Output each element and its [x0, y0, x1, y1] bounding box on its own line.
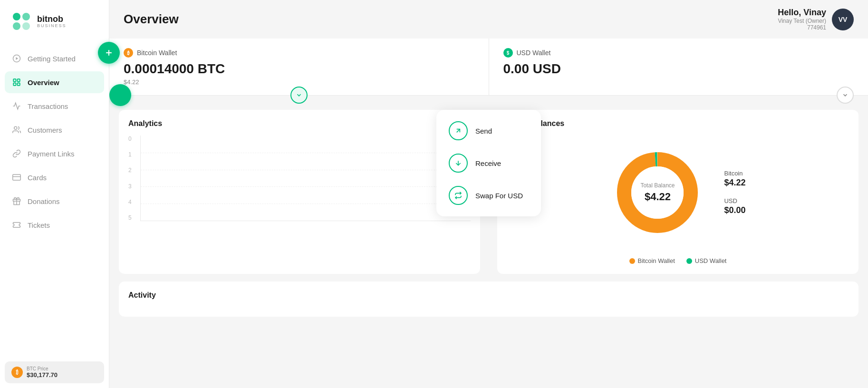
sidebar: bitnob BUSINESS Getting Started Overview… [0, 0, 109, 388]
donut-container: Total Balance $4.22 Bitcoin $4.22 USD $0… [507, 136, 849, 250]
wallets-row: ₿ Bitcoin Wallet 0.00014000 BTC $4.22 $ … [109, 39, 868, 96]
btc-wallet-icon: ₿ [124, 48, 133, 58]
balance-chart-legend: Bitcoin Wallet USD Wallet [507, 257, 849, 264]
donut-center: Total Balance $4.22 [640, 182, 675, 203]
send-action[interactable]: Send [444, 115, 533, 147]
analytics-chart: 5 4 3 2 1 0 [128, 136, 471, 231]
sidebar-item-overview[interactable]: Overview [5, 71, 104, 93]
sidebar-item-getting-started[interactable]: Getting Started [5, 48, 104, 69]
dashboard-grid: Analytics 5 4 3 2 1 0 [109, 96, 868, 274]
quick-actions-panel: Send Receive Swap For USD [436, 110, 541, 216]
usd-wallet-icon: $ [503, 48, 513, 58]
sidebar-item-payment-links[interactable]: Payment Links [5, 143, 104, 165]
grid-line [141, 186, 471, 187]
svg-line-17 [457, 129, 460, 133]
grid-line [141, 204, 471, 204]
sidebar-item-donations[interactable]: Donations [5, 190, 104, 212]
svg-point-10 [14, 126, 17, 129]
donut-amount: $4.22 [640, 191, 675, 203]
link-icon [11, 148, 22, 159]
user-id: 774961 [778, 24, 826, 31]
btc-price-widget: ₿ BTC Price $30,177.70 [5, 361, 104, 383]
sidebar-item-label: Customers [28, 126, 62, 134]
usd-wallet-card: $ USD Wallet 0.00 USD [489, 39, 868, 95]
usd-wallet-legend-label: USD Wallet [695, 257, 727, 264]
bitcoin-wallet-name: Bitcoin Wallet [137, 49, 177, 57]
user-name: Vinay Test (Owner) [778, 18, 826, 24]
sidebar-item-transactions[interactable]: Transactions [5, 95, 104, 117]
sidebar-item-customers[interactable]: Customers [5, 119, 104, 141]
avatar[interactable]: VV [832, 9, 854, 30]
usd-legend-amount: $0.00 [724, 205, 745, 215]
analytics-title: Analytics [128, 119, 471, 128]
greeting: Hello, Vinay [778, 8, 826, 18]
sidebar-item-cards[interactable]: Cards [5, 166, 104, 188]
swap-label: Swap For USD [475, 192, 523, 200]
bitcoin-legend-label: Bitcoin [724, 170, 745, 177]
wallet-balances-section: Wallet Balances Total Balance [497, 110, 858, 274]
grid-icon [11, 77, 22, 87]
user-details: Hello, Vinay Vinay Test (Owner) 774961 [778, 8, 826, 31]
activity-section: Activity [119, 281, 858, 317]
send-icon-circle [449, 121, 468, 140]
activity-icon [11, 101, 22, 111]
bitcoin-wallet-card: ₿ Bitcoin Wallet 0.00014000 BTC $4.22 [109, 39, 489, 95]
btc-icon: ₿ [11, 367, 23, 378]
bitcoin-legend-amount: $4.22 [724, 178, 745, 188]
chart-y-axis: 5 4 3 2 1 0 [128, 136, 138, 231]
logo: bitnob BUSINESS [0, 0, 109, 48]
analytics-section: Analytics 5 4 3 2 1 0 [119, 110, 480, 274]
users-icon [11, 125, 22, 135]
swap-action[interactable]: Swap For USD [444, 179, 533, 212]
usd-wallet-name: USD Wallet [517, 49, 551, 57]
usd-expand-button[interactable] [837, 87, 854, 104]
svg-rect-11 [13, 175, 21, 180]
page-title: Overview [124, 12, 179, 27]
svg-marker-5 [16, 57, 19, 60]
sidebar-nav: Getting Started Overview Transactions Cu… [0, 48, 109, 357]
usd-wallet-legend: USD Wallet [686, 257, 727, 264]
fab-main-button[interactable] [98, 42, 120, 64]
grid-line [141, 153, 471, 153]
svg-point-3 [22, 22, 30, 30]
usd-legend-label: USD [724, 197, 745, 204]
chart-plot-area [140, 136, 471, 221]
swap-icon-circle [449, 186, 468, 205]
bitcoin-balance-legend: Bitcoin $4.22 [724, 170, 745, 188]
wallet-balances-title: Wallet Balances [507, 119, 849, 128]
svg-rect-9 [18, 83, 20, 86]
ticket-icon [11, 220, 22, 230]
svg-rect-6 [13, 79, 16, 81]
svg-point-2 [13, 22, 20, 30]
user-info: Hello, Vinay Vinay Test (Owner) 774961 V… [778, 8, 854, 31]
receive-label: Receive [475, 159, 501, 167]
bitcoin-wallet-label: ₿ Bitcoin Wallet [124, 48, 474, 58]
credit-card-icon [11, 172, 22, 183]
sidebar-item-label: Transactions [28, 102, 68, 110]
svg-point-1 [22, 13, 30, 20]
sidebar-item-label: Payment Links [28, 150, 74, 158]
balance-legend-values: Bitcoin $4.22 USD $0.00 [724, 170, 745, 215]
grid-line [141, 170, 471, 170]
sidebar-item-label: Overview [28, 78, 59, 87]
bitcoin-expand-button[interactable] [290, 87, 308, 104]
bitcoin-wallet-legend: Bitcoin Wallet [629, 257, 675, 264]
sidebar-item-label: Donations [28, 197, 60, 205]
bitcoin-amount: 0.00014000 BTC [124, 61, 474, 77]
fab-button[interactable] [109, 84, 131, 106]
btc-price-value: $30,177.70 [27, 371, 58, 378]
gift-icon [11, 196, 22, 206]
usd-wallet-label: $ USD Wallet [503, 48, 854, 58]
content-area: ₿ Bitcoin Wallet 0.00014000 BTC $4.22 $ … [109, 39, 868, 388]
svg-point-0 [13, 13, 20, 20]
sidebar-item-tickets[interactable]: Tickets [5, 214, 104, 236]
usd-dot [686, 258, 692, 264]
sidebar-item-label: Cards [28, 174, 47, 182]
usd-balance-legend: USD $0.00 [724, 197, 745, 215]
svg-rect-7 [18, 79, 20, 81]
activity-title: Activity [128, 291, 849, 300]
sidebar-item-label: Tickets [28, 221, 50, 229]
receive-action[interactable]: Receive [444, 147, 533, 179]
usd-amount: 0.00 USD [503, 61, 854, 77]
donut-chart: Total Balance $4.22 [610, 145, 705, 240]
